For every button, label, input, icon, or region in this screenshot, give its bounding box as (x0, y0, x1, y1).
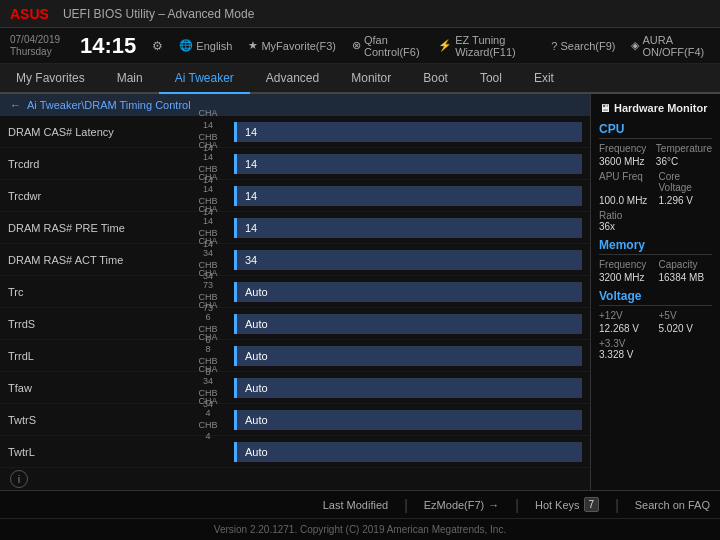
search-faq-button[interactable]: Search on FAQ (635, 499, 710, 511)
v33-label: +3.3V (599, 338, 712, 349)
v33-row: +3.3V 3.328 V (599, 338, 712, 360)
setting-value[interactable]: Auto (234, 410, 582, 430)
datetime-bar: 07/04/2019 Thursday 14:15 ⚙ 🌐 English ★ … (0, 28, 720, 64)
nav-boot[interactable]: Boot (407, 64, 464, 92)
fan-icon: ⊗ (352, 39, 361, 52)
table-row[interactable]: TrcdwrCHA14CHB1414 (0, 180, 590, 212)
mem-freq-value: 3200 MHz (599, 272, 653, 283)
qfan-tool[interactable]: ⊗ Qfan Control(F6) (352, 34, 422, 58)
ezmode-button[interactable]: EzMode(F7) → (424, 499, 500, 511)
table-row[interactable]: DRAM RAS# ACT TimeCHA34CHB3434 (0, 244, 590, 276)
breadcrumb: ← Ai Tweaker\DRAM Timing Control (0, 94, 590, 116)
ratio-label: Ratio (599, 210, 712, 221)
eztuning-tool[interactable]: ⚡ EZ Tuning Wizard(F11) (438, 34, 535, 58)
sep1: | (404, 497, 408, 513)
core-volt-label: Core Voltage (659, 171, 713, 193)
aura-tool[interactable]: ◈ AURA ON/OFF(F4) (631, 34, 710, 58)
settings-table: DRAM CAS# LatencyCHA14CHB1414TrcdrdCHA14… (0, 116, 590, 468)
flag-icon: 🌐 (179, 39, 193, 52)
breadcrumb-path: Ai Tweaker\DRAM Timing Control (27, 99, 191, 111)
cpu-grid: Frequency Temperature 3600 MHz 36°C (599, 143, 712, 167)
wizard-icon: ⚡ (438, 39, 452, 52)
info-icon[interactable]: i (10, 470, 28, 488)
nav-tool[interactable]: Tool (464, 64, 518, 92)
setting-name: TrrdS (8, 318, 188, 330)
monitor-icon: 🖥 (599, 102, 610, 114)
setting-name: Trc (8, 286, 188, 298)
memory-grid: Frequency Capacity 3200 MHz 16384 MB (599, 259, 712, 283)
nav-my-favorites[interactable]: My Favorites (0, 64, 101, 92)
search-tool[interactable]: ? Search(F9) (551, 40, 615, 52)
language-tool[interactable]: 🌐 English (179, 39, 232, 52)
hotkeys-badge: 7 (584, 497, 600, 512)
v12-value: 12.268 V (599, 323, 653, 334)
nav-exit[interactable]: Exit (518, 64, 570, 92)
memory-section-title: Memory (599, 238, 712, 255)
nav-advanced[interactable]: Advanced (250, 64, 335, 92)
setting-value[interactable]: 14 (234, 122, 582, 142)
time-display: 14:15 (80, 33, 136, 59)
table-row[interactable]: TwtrLAuto (0, 436, 590, 468)
setting-value[interactable]: Auto (234, 346, 582, 366)
setting-value[interactable]: 14 (234, 154, 582, 174)
hw-panel-title: 🖥 Hardware Monitor (599, 102, 712, 114)
top-bar: ASUS UEFI BIOS Utility – Advanced Mode (0, 0, 720, 28)
footer-text: Version 2.20.1271. Copyright (C) 2019 Am… (214, 524, 506, 535)
cpu-grid2: APU Freq Core Voltage 100.0 MHz 1.296 V (599, 171, 712, 206)
setting-name: Trcdrd (8, 158, 188, 170)
right-panel: 🖥 Hardware Monitor CPU Frequency Tempera… (590, 94, 720, 490)
setting-name: DRAM CAS# Latency (8, 126, 188, 138)
setting-value[interactable]: 34 (234, 250, 582, 270)
nav-main[interactable]: Main (101, 64, 159, 92)
star-icon: ★ (248, 39, 258, 52)
table-row[interactable]: TrcdrdCHA14CHB1414 (0, 148, 590, 180)
setting-value[interactable]: Auto (234, 442, 582, 462)
apu-freq-label: APU Freq (599, 171, 653, 193)
sep2: | (515, 497, 519, 513)
mem-freq-label: Frequency (599, 259, 653, 270)
nav-ai-tweaker[interactable]: Ai Tweaker (159, 64, 250, 94)
myfavorite-tool[interactable]: ★ MyFavorite(F3) (248, 39, 336, 52)
content-area: ← Ai Tweaker\DRAM Timing Control DRAM CA… (0, 94, 720, 490)
v5-label: +5V (659, 310, 713, 321)
setting-name: TwtrS (8, 414, 188, 426)
v33-value: 3.328 V (599, 349, 712, 360)
footer: Version 2.20.1271. Copyright (C) 2019 Am… (0, 518, 720, 540)
arrow-icon: → (488, 499, 499, 511)
back-arrow-icon[interactable]: ← (10, 99, 21, 111)
setting-name: Trcdwr (8, 190, 188, 202)
setting-name: DRAM RAS# ACT Time (8, 254, 188, 266)
table-row[interactable]: TwtrSCHA4CHB4Auto (0, 404, 590, 436)
setting-value[interactable]: Auto (234, 314, 582, 334)
voltage-section-title: Voltage (599, 289, 712, 306)
cpu-temp-value: 36°C (656, 156, 712, 167)
table-row[interactable]: TrcCHA73CHB73Auto (0, 276, 590, 308)
table-row[interactable]: TrrdSCHA6CHB6Auto (0, 308, 590, 340)
setting-name: DRAM RAS# PRE Time (8, 222, 188, 234)
mem-cap-value: 16384 MB (659, 272, 713, 283)
table-row[interactable]: DRAM RAS# PRE TimeCHA14CHB1414 (0, 212, 590, 244)
core-volt-value: 1.296 V (659, 195, 713, 206)
hotkeys-button[interactable]: Hot Keys 7 (535, 497, 599, 512)
date-display: 07/04/2019 Thursday (10, 34, 60, 58)
nav-monitor[interactable]: Monitor (335, 64, 407, 92)
last-modified-button[interactable]: Last Modified (323, 499, 388, 511)
settings-icon[interactable]: ⚙ (152, 39, 163, 53)
search-icon: ? (551, 40, 557, 52)
bottom-bar: Last Modified | EzMode(F7) → | Hot Keys … (0, 490, 720, 518)
table-row[interactable]: DRAM CAS# LatencyCHA14CHB1414 (0, 116, 590, 148)
cpu-ratio: Ratio 36x (599, 210, 712, 232)
table-row[interactable]: TfawCHA34CHB34Auto (0, 372, 590, 404)
setting-value[interactable]: 14 (234, 186, 582, 206)
asus-logo: ASUS (10, 6, 49, 22)
cpu-freq-value: 3600 MHz (599, 156, 650, 167)
v5-value: 5.020 V (659, 323, 713, 334)
setting-value[interactable]: 14 (234, 218, 582, 238)
setting-name: Tfaw (8, 382, 188, 394)
sep3: | (615, 497, 619, 513)
cha-chb-values: CHA4CHB4 (188, 396, 228, 443)
setting-value[interactable]: Auto (234, 282, 582, 302)
table-row[interactable]: TrrdLCHA8CHB8Auto (0, 340, 590, 372)
setting-value[interactable]: Auto (234, 378, 582, 398)
setting-name: TrrdL (8, 350, 188, 362)
